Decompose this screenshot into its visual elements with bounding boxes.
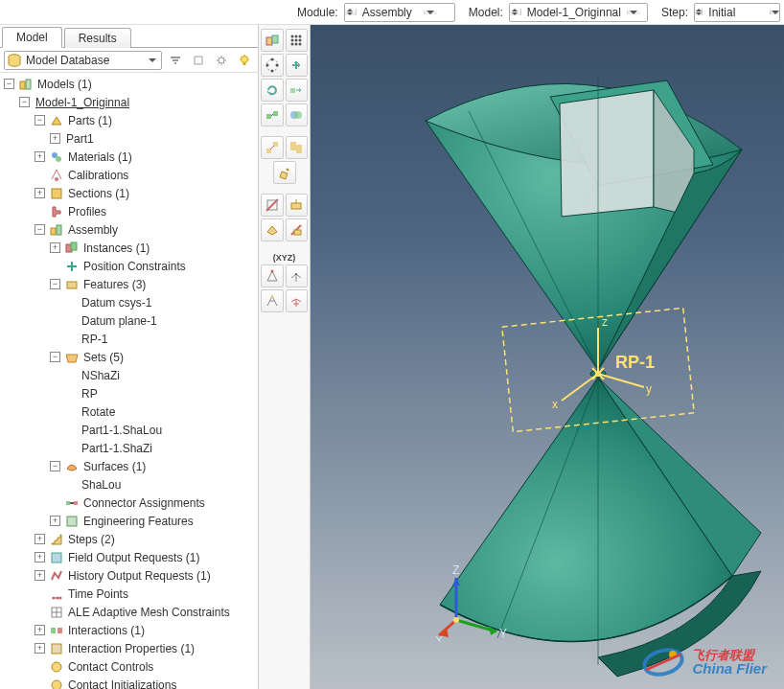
filter-button[interactable] [166,51,185,70]
collapse-icon[interactable]: − [4,79,14,89]
face-to-face-button[interactable] [286,136,309,159]
tree-node-ale[interactable]: ALE Adaptive Mesh Constraints [2,603,258,621]
tree-node-set-p1shazi[interactable]: Part1-1.ShaZi [2,439,258,457]
tree-node-assembly[interactable]: − Assembly [2,220,258,239]
create-instance-button[interactable] [261,29,284,52]
collapse-icon[interactable]: − [50,279,60,289]
tree-label: Parts (1) [66,114,112,127]
chevron-down-icon[interactable] [627,11,640,14]
tree-node-connector[interactable]: Connector Assignments [2,494,258,512]
collapse-icon[interactable]: − [19,97,30,107]
model-dropdown[interactable]: Model-1_Originnal [509,3,648,22]
tree-label: RP-1 [80,333,107,346]
tree-node-set-rotate[interactable]: Rotate [2,402,258,421]
datum-plane-button[interactable] [261,218,284,241]
datum-point-button[interactable] [261,264,284,287]
tree-node-sets[interactable]: − Sets (5) [2,348,258,366]
datum-axis-button[interactable] [286,218,309,241]
expand-icon[interactable]: + [35,552,45,563]
tab-model[interactable]: Model [2,27,62,48]
rotate-button[interactable] [261,79,284,102]
tree-node-datum-csys[interactable]: Datum csys-1 [2,293,258,311]
model-tree[interactable]: − Models (1) − Model-1_Originnal − Parts… [0,73,258,689]
tree-node-datum-plane[interactable]: Datum plane-1 [2,311,258,330]
tree-node-contact-controls[interactable]: Contact Controls [2,657,258,676]
tree-node-contact-init[interactable]: Contact Initializations [2,676,258,689]
tree-node-interaction-properties[interactable]: + Interaction Properties (1) [2,639,258,657]
expand-icon[interactable]: + [50,133,60,144]
tree-node-engineering-features[interactable]: + Engineering Features [2,512,258,530]
edit-feature-button[interactable] [273,161,296,184]
tree-node-field-output[interactable]: + Field Output Requests (1) [2,548,258,566]
collapse-icon[interactable]: − [35,224,45,235]
tree-node-model[interactable]: − Model-1_Originnal [2,93,258,111]
tree-node-calibrations[interactable]: Calibrations [2,166,258,184]
svg-rect-51 [273,111,278,116]
partition-button[interactable] [261,194,284,217]
tree-node-profiles[interactable]: Profiles [2,202,258,220]
tree-node-materials[interactable]: + Materials (1) [2,148,258,166]
expand-icon[interactable]: + [35,188,45,198]
tree-node-features[interactable]: − Features (3) [2,275,258,293]
chevron-down-icon[interactable] [424,11,437,14]
datum-csys-button[interactable] [286,264,309,287]
expand-icon[interactable]: + [35,625,45,635]
expand-icon[interactable]: + [50,242,60,253]
expand-icon[interactable]: + [35,151,45,162]
tree-node-instances[interactable]: + Instances (1) [2,239,258,257]
collapse-icon[interactable]: − [35,115,45,126]
tree-node-surface-shalou[interactable]: ShaLou [2,475,258,494]
radial-pattern-button[interactable] [261,54,284,77]
tree-node-part1[interactable]: + Part1 [2,129,258,148]
tree-label: Instances (1) [81,241,150,255]
datum-button[interactable] [286,194,309,217]
tree-node-rp1[interactable]: RP-1 [2,330,258,348]
tree-label: Surfaces (1) [81,460,146,473]
tree-label: Connector Assignments [81,496,205,510]
expand-icon[interactable]: + [35,570,45,581]
tree-node-models[interactable]: − Models (1) [2,75,258,93]
spinner-icon[interactable] [695,9,703,15]
chevron-down-icon[interactable] [146,58,159,62]
translate-button[interactable] [286,54,309,77]
tree-node-steps[interactable]: + Steps (2) [2,530,258,548]
tree-node-set-rp[interactable]: RP [2,384,258,402]
merge-button[interactable] [286,103,309,126]
lightbulb-button[interactable] [235,51,254,70]
spinner-icon[interactable] [345,9,357,15]
expand-icon[interactable]: + [50,516,60,526]
expand-icon[interactable]: + [35,643,45,654]
tree-node-parts[interactable]: − Parts (1) [2,111,258,129]
3d-viewport[interactable]: z y x RP-1 Z Y X [311,25,784,689]
edge-to-edge-button[interactable] [261,136,284,159]
svg-rect-7 [20,81,25,89]
tree-node-set-nshazi[interactable]: NShaZi [2,366,258,384]
collapse-icon[interactable]: − [50,352,60,362]
step-dropdown[interactable]: Initial [694,3,780,22]
attachment-button[interactable] [286,289,309,312]
spinner-icon[interactable] [510,9,521,15]
tree-label: Assembly [66,223,118,237]
tree-label: Model-1_Originnal [34,96,129,109]
database-dropdown[interactable]: Model Database [4,51,162,70]
tree-node-sections[interactable]: + Sections (1) [2,184,258,202]
tree-node-time-points[interactable]: Time Points [2,585,258,603]
expand-button[interactable] [189,51,208,70]
settings-button[interactable] [212,51,231,70]
tree-node-surfaces[interactable]: − Surfaces (1) [2,457,258,475]
svg-point-5 [242,56,248,62]
tree-node-history-output[interactable]: + History Output Requests (1) [2,566,258,585]
linear-pattern-button[interactable] [286,29,309,52]
expand-icon[interactable]: + [35,534,45,544]
chevron-down-icon[interactable] [770,11,779,14]
svg-point-30 [52,662,61,672]
reference-point-button[interactable] [261,289,284,312]
tree-node-set-p1shalou[interactable]: Part1-1.ShaLou [2,421,258,439]
translate-to-button[interactable] [286,79,309,102]
collapse-icon[interactable]: − [50,461,60,471]
tree-node-interactions[interactable]: + Interactions (1) [2,621,258,639]
module-dropdown[interactable]: Assembly [344,3,455,22]
tab-results[interactable]: Results [64,28,131,48]
tree-node-position-constraints[interactable]: Position Constraints [2,257,258,275]
constraint-button[interactable] [261,103,284,126]
